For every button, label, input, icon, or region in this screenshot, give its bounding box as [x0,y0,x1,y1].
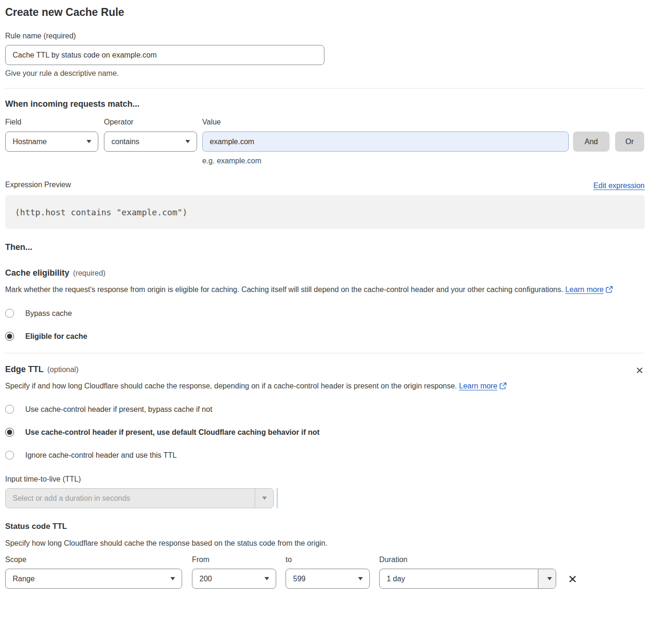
rule-name-input[interactable] [5,45,324,65]
scope-select[interactable]: Range [5,569,182,589]
radio-checked-icon[interactable] [5,332,14,341]
duration-label: Duration [379,555,556,565]
section-divider [5,88,645,88]
ttl-duration-select[interactable]: Select or add a duration in seconds [5,488,274,508]
radio-checked-icon[interactable] [5,428,14,437]
edge-ttl-heading-row: Edge TTL (optional) [5,365,79,374]
match-condition-row: Field Hostname Operator contains Value e… [5,117,645,166]
rule-name-helper: Give your rule a descriptive name. [5,68,645,79]
page-title: Create new Cache Rule [5,0,645,19]
close-icon[interactable]: ✕ [634,365,645,376]
value-label: Value [202,117,569,127]
value-helper: e.g. example.com [202,156,569,166]
radio-use-header-default[interactable]: Use cache-control header if present, use… [5,428,645,437]
radio-icon[interactable] [5,405,14,414]
radio-label: Bypass cache [25,309,72,318]
ttl-input-label: Input time-to-live (TTL) [5,474,645,484]
chevron-down-icon [260,569,276,588]
expression-preview-label: Expression Preview [5,180,71,190]
chevron-down-icon [166,569,182,588]
scope-label: Scope [5,555,182,565]
value-input[interactable] [202,132,569,152]
from-column: From 200 [192,555,276,589]
field-label: Field [5,117,98,127]
to-select-value: 599 [286,569,353,588]
edge-ttl-heading: Edge TTL [5,365,44,374]
cache-eligibility-heading: Cache eligibility [5,268,69,278]
operator-select-value: contains [111,138,140,146]
chevron-down-icon [262,497,267,500]
operator-column: Operator contains [104,117,197,152]
edit-expression-link[interactable]: Edit expression [594,182,645,190]
ttl-select-wrap: Select or add a duration in seconds [5,488,645,508]
scope-select-value: Range [6,569,166,588]
radio-label: Use cache-control header if present, byp… [25,405,212,414]
duration-select-value: 1 day [380,569,538,588]
edge-ttl-optional-badge: (optional) [47,366,79,374]
expression-code: (http.host contains "example.com") [15,207,187,217]
external-link-icon [499,381,507,388]
edge-ttl-header-row: Edge TTL (optional) ✕ [5,365,645,376]
status-code-ttl-row: Scope Range From 200 to 599 Duration 1 d… [5,555,645,589]
chevron-down-icon [87,140,91,143]
radio-label: Use cache-control header if present, use… [25,428,320,437]
field-select-value: Hostname [13,138,47,146]
status-code-ttl-description: Specify how long Cloudflare should cache… [5,537,645,550]
operator-select[interactable]: contains [104,132,197,152]
radio-label: Ignore cache-control header and use this… [25,451,176,460]
cache-eligibility-description: Mark whether the request's response from… [5,283,632,296]
radio-icon[interactable] [5,309,14,318]
expression-header: Expression Preview Edit expression [5,180,645,190]
chevron-down-icon [547,577,552,580]
operator-label: Operator [104,117,197,127]
chevron-down-icon [353,569,369,588]
to-column: to 599 [286,555,370,589]
cache-eligibility-learn-more-link[interactable]: Learn more [566,285,604,293]
field-column: Field Hostname [5,117,98,152]
edge-ttl-learn-more-link[interactable]: Learn more [459,382,498,390]
value-column: Value e.g. example.com [202,117,569,166]
duration-select[interactable]: 1 day [379,569,556,589]
duration-column: Duration 1 day [379,555,556,589]
or-button[interactable]: Or [615,132,644,152]
cache-eligibility-heading-row: Cache eligibility (required) [5,268,645,278]
radio-use-header-bypass[interactable]: Use cache-control header if present, byp… [5,405,645,414]
rule-name-label: Rule name (required) [5,31,645,41]
cache-eligibility-required-badge: (required) [73,269,105,278]
edge-ttl-description: Specify if and how long Cloudflare shoul… [5,380,525,393]
from-select-value: 200 [192,569,260,588]
radio-ignore-header[interactable]: Ignore cache-control header and use this… [5,451,645,460]
to-label: to [286,555,370,565]
scope-column: Scope Range [5,555,182,589]
text-cursor [277,488,278,508]
from-select[interactable]: 200 [192,569,276,589]
external-link-icon [606,284,613,291]
create-cache-rule-form: Create new Cache Rule Rule name (require… [5,0,645,589]
radio-icon[interactable] [5,451,14,460]
radio-bypass-cache[interactable]: Bypass cache [5,309,645,318]
ttl-select-arrow-button[interactable] [255,489,273,508]
then-heading: Then... [5,242,645,252]
match-heading: When incoming requests match... [5,99,645,109]
section-divider [5,353,645,353]
duration-select-arrow-button[interactable] [538,569,556,588]
field-select[interactable]: Hostname [5,132,98,152]
status-code-ttl-heading: Status code TTL [5,522,645,531]
delete-row-icon[interactable]: ✕ [568,574,577,585]
from-label: From [192,555,276,565]
radio-label: Eligible for cache [25,332,87,341]
expression-code-block: (http.host contains "example.com") [5,195,645,229]
ttl-select-placeholder: Select or add a duration in seconds [6,489,255,508]
to-select[interactable]: 599 [286,569,370,589]
radio-eligible-for-cache[interactable]: Eligible for cache [5,332,645,341]
chevron-down-icon [185,140,190,143]
and-button[interactable]: And [573,132,610,152]
